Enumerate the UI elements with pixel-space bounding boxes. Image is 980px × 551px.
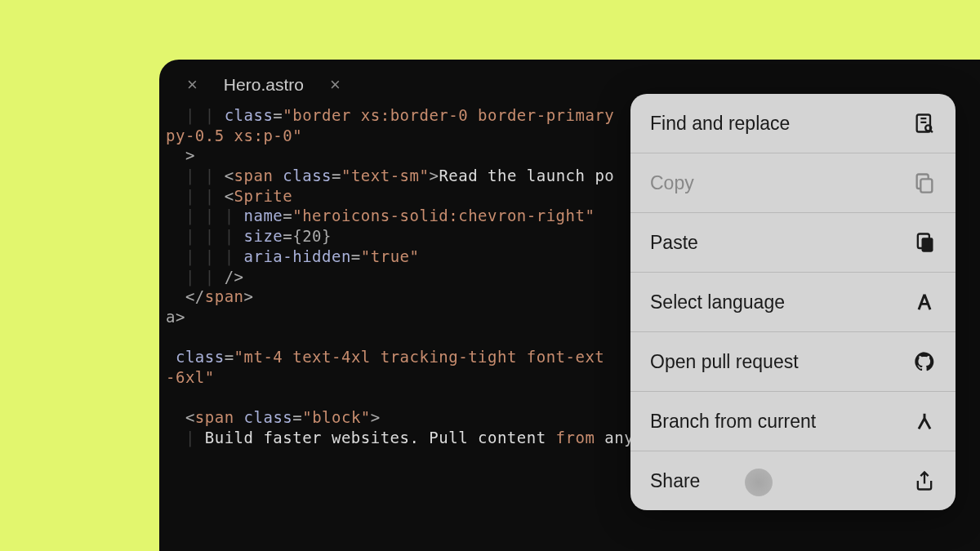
menu-label: Branch from current	[650, 411, 816, 433]
code-string: "block"	[302, 408, 371, 426]
code-string: "text-sm"	[341, 167, 429, 184]
paste-icon	[913, 231, 936, 254]
code-string: "mt-4 text-4xl tracking-tight font-ext	[234, 348, 605, 366]
code-tag: Sprite	[234, 187, 293, 205]
close-tab-icon[interactable]: ×	[315, 74, 355, 96]
branch-icon	[913, 410, 936, 433]
menu-paste[interactable]: Paste	[630, 213, 956, 273]
menu-label: Open pull request	[650, 351, 799, 373]
menu-open-pr[interactable]: Open pull request	[630, 332, 956, 392]
menu-share[interactable]: Share	[630, 451, 956, 510]
code-string: "true"	[361, 247, 420, 265]
code-string: py-0.5 xs:p-0"	[166, 127, 302, 144]
touch-indicator	[745, 469, 773, 496]
svg-rect-3	[922, 238, 933, 252]
code-string: -6xl"	[166, 368, 215, 386]
menu-select-language[interactable]: Select language	[630, 273, 956, 332]
code-string: "border xs:border-0 border-primary	[283, 106, 614, 124]
menu-label: Copy	[650, 172, 694, 194]
find-replace-icon	[913, 112, 936, 135]
close-icon[interactable]: ×	[172, 74, 212, 96]
menu-find-replace[interactable]: Find and replace	[630, 94, 956, 153]
menu-branch[interactable]: Branch from current	[630, 392, 956, 451]
share-icon	[913, 469, 936, 492]
code-keyword: from	[556, 429, 595, 447]
menu-copy: Copy	[630, 153, 956, 213]
menu-label: Paste	[650, 232, 698, 254]
tab-filename[interactable]: Hero.astro	[212, 75, 315, 95]
language-icon	[913, 291, 936, 313]
menu-label: Find and replace	[650, 113, 790, 135]
copy-icon	[913, 171, 936, 194]
code-text: Read the launch po	[439, 167, 614, 184]
svg-point-1	[925, 125, 931, 131]
code-text: Build faster websites. Pull content	[205, 429, 556, 447]
svg-rect-2	[920, 179, 932, 192]
menu-label: Share	[650, 470, 700, 492]
menu-label: Select language	[650, 291, 785, 313]
code-value: {20}	[292, 227, 332, 245]
github-icon	[913, 350, 936, 373]
code-string: "heroicons-solid:chevron-right"	[292, 207, 595, 224]
context-menu: Find and replace Copy Paste Select langu…	[630, 94, 956, 510]
